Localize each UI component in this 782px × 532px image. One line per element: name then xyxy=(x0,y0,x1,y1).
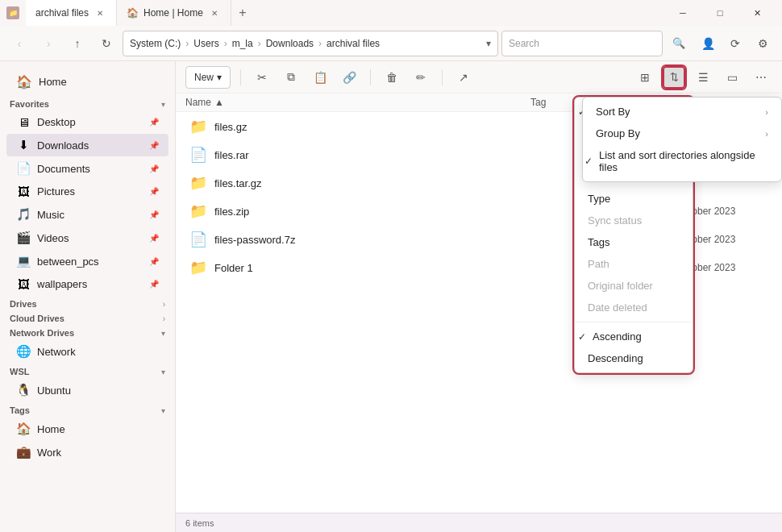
sidebar-item-network[interactable]: 🌐 Network xyxy=(6,340,168,363)
ubuntu-icon: 🐧 xyxy=(16,383,31,397)
sort-descending-label: Descending xyxy=(588,352,643,364)
new-tab-button[interactable]: + xyxy=(231,2,254,24)
right-panel: Sort By › Group By › List and sort direc… xyxy=(582,97,782,182)
group-by-label: Group By xyxy=(596,127,640,139)
forward-button[interactable]: › xyxy=(35,31,61,56)
refresh-button[interactable]: ↻ xyxy=(94,31,119,56)
documents-icon: 📄 xyxy=(16,161,31,176)
sort-by-sync-status: Sync status xyxy=(575,210,693,231)
sidebar-downloads-label: Downloads xyxy=(37,139,143,152)
downloads-icon: ⬇ xyxy=(16,138,31,152)
sort-button[interactable]: ⇅ xyxy=(663,66,685,89)
minimize-button[interactable]: ─ xyxy=(664,0,701,26)
pin-icon-downloads: 📌 xyxy=(149,141,159,150)
close-button[interactable]: ✕ xyxy=(738,0,776,26)
copy-button[interactable]: ⧉ xyxy=(280,66,302,89)
sidebar-item-videos[interactable]: 🎬 Videos 📌 xyxy=(6,227,168,249)
new-button[interactable]: New ▾ xyxy=(185,66,231,89)
maximize-button[interactable]: □ xyxy=(701,0,738,26)
copy-path-button[interactable]: 🔗 xyxy=(338,66,360,89)
rename-button[interactable]: ✏ xyxy=(410,66,432,89)
sidebar-item-tag-home[interactable]: 🏠 Home xyxy=(6,418,168,440)
sidebar-item-wallpapers[interactable]: 🖼 wallpapers 📌 xyxy=(6,273,168,295)
sort-type-label: Type xyxy=(588,193,610,205)
view-options-button[interactable]: ⊞ xyxy=(634,66,656,89)
search-box[interactable]: Search xyxy=(501,31,663,56)
breadcrumb-users[interactable]: Users xyxy=(193,38,218,49)
address-bar[interactable]: System (C:) › Users › m_la › Downloads ›… xyxy=(123,31,498,56)
sidebar-item-between-pcs[interactable]: 💻 between_pcs 📌 xyxy=(6,250,168,272)
paste-button[interactable]: 📋 xyxy=(309,66,331,89)
pictures-icon: 🖼 xyxy=(16,185,31,198)
statusbar: 6 items xyxy=(176,513,782,532)
cut-button[interactable]: ✂ xyxy=(251,66,273,89)
breadcrumb-system[interactable]: System (C:) xyxy=(130,38,181,49)
file-name: files.gz xyxy=(214,121,527,133)
sync-icon-button[interactable]: ⟳ xyxy=(722,31,748,56)
sort-by-option[interactable]: Sort By › xyxy=(583,101,781,123)
sidebar-item-pictures[interactable]: 🖼 Pictures 📌 xyxy=(6,181,168,202)
group-by-option[interactable]: Group By › xyxy=(583,123,781,144)
file-icon: 📄 xyxy=(189,145,208,164)
sort-arrow-icon: ▲ xyxy=(214,97,224,108)
layout-button[interactable]: ☰ xyxy=(692,66,714,89)
sort-by-tags[interactable]: Tags xyxy=(575,231,693,253)
details-pane-button[interactable]: ▭ xyxy=(721,66,743,89)
sort-by-label: Sort By xyxy=(596,106,630,118)
sidebar-section-favorites: Favorites ▾ xyxy=(0,96,175,110)
breadcrumb-downloads[interactable]: Downloads xyxy=(266,38,314,49)
wsl-toggle[interactable]: ▾ xyxy=(161,368,165,376)
breadcrumb-user[interactable]: m_la xyxy=(232,38,253,49)
tab-list: archival files ✕ 🏠 Home | Home ✕ + xyxy=(26,0,254,26)
app-icon: 📁 xyxy=(6,6,19,19)
sidebar-item-tag-work[interactable]: 💼 Work xyxy=(6,441,168,463)
desktop-icon: 🖥 xyxy=(16,115,31,129)
address-dropdown-button[interactable]: ▾ xyxy=(486,38,491,49)
toolbar-separator-1 xyxy=(240,69,241,85)
settings-icon-button[interactable]: ⚙ xyxy=(750,31,776,56)
folder-icon: 📁 xyxy=(189,117,208,136)
user-icon-button[interactable]: 👤 xyxy=(695,31,721,56)
cloud-toggle[interactable]: › xyxy=(163,314,165,323)
pin-icon: 📌 xyxy=(149,118,159,127)
network-drives-label: Network Drives xyxy=(10,328,74,338)
tag-work-icon: 💼 xyxy=(16,445,31,459)
tab-home-close-button[interactable]: ✕ xyxy=(208,6,221,19)
share-button[interactable]: ↗ xyxy=(452,66,475,89)
sidebar-item-music[interactable]: 🎵 Music 📌 xyxy=(6,203,168,226)
delete-button[interactable]: 🗑 xyxy=(381,66,403,89)
tag-home-icon: 🏠 xyxy=(16,422,31,436)
videos-icon: 🎬 xyxy=(16,231,31,245)
tab-home[interactable]: 🏠 Home | Home ✕ xyxy=(117,0,231,26)
titlebar: 📁 archival files ✕ 🏠 Home | Home ✕ + ─ □… xyxy=(0,0,782,26)
sidebar-item-documents[interactable]: 📄 Documents 📌 xyxy=(6,157,168,180)
item-count: 6 items xyxy=(185,518,214,528)
pin-icon-videos: 📌 xyxy=(149,234,159,243)
network-drives-toggle[interactable]: ▾ xyxy=(161,329,165,338)
sort-by-type[interactable]: Type xyxy=(575,188,693,210)
more-options-button[interactable]: ⋯ xyxy=(750,66,772,89)
back-button[interactable]: ‹ xyxy=(6,31,32,56)
sidebar-item-desktop[interactable]: 🖥 Desktop 📌 xyxy=(6,111,168,133)
new-label: New xyxy=(194,72,214,83)
column-name-header[interactable]: Name ▲ xyxy=(185,97,530,108)
window-controls: ─ □ ✕ xyxy=(664,0,776,26)
sort-ascending[interactable]: Ascending xyxy=(575,326,693,347)
sidebar-item-ubuntu[interactable]: 🐧 Ubuntu xyxy=(6,379,168,401)
tab-archival-files[interactable]: archival files ✕ xyxy=(26,0,117,26)
between-pcs-icon: 💻 xyxy=(16,254,31,268)
search-icon-button[interactable]: 🔍 xyxy=(666,31,692,56)
list-sort-dirs-option[interactable]: List and sort directories alongside file… xyxy=(583,144,781,178)
drives-toggle[interactable]: › xyxy=(163,300,165,309)
sidebar-item-home[interactable]: 🏠 Home xyxy=(6,69,168,94)
favorites-toggle[interactable]: ▾ xyxy=(161,100,165,109)
sidebar-item-downloads[interactable]: ⬇ Downloads 📌 xyxy=(6,134,168,156)
sidebar-home-label: Home xyxy=(39,76,159,88)
sort-by-path: Path xyxy=(575,253,693,275)
sort-descending[interactable]: Descending xyxy=(575,347,693,369)
tab-close-button[interactable]: ✕ xyxy=(94,6,106,19)
network-icon: 🌐 xyxy=(16,344,31,359)
tags-toggle[interactable]: ▾ xyxy=(161,406,165,415)
up-button[interactable]: ↑ xyxy=(64,31,90,56)
breadcrumb-current[interactable]: archival files xyxy=(327,38,380,49)
